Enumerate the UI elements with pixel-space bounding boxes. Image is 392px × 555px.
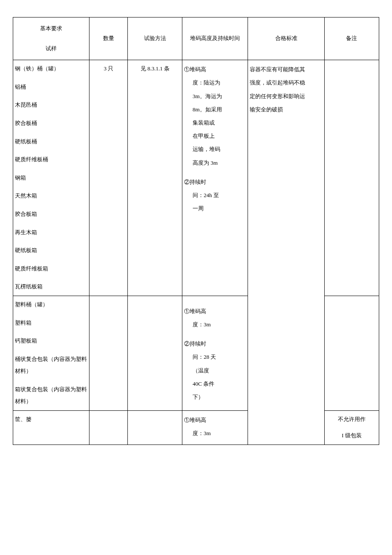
ht-line: 度：陆运为 (184, 76, 246, 89)
sample-item: 塑料桶（罐） (15, 299, 87, 311)
group2-note (324, 296, 379, 410)
sample-item: 胶合板桶 (15, 117, 87, 130)
sample-item: 硬质纤维板桶 (15, 154, 87, 166)
standard-cell: 容器不应有可能降低其 强度，或引起堆码不稳 定的任何变形和影响运 输安全的破损 (248, 60, 324, 445)
sample-item: 再生木箱 (15, 227, 87, 239)
sample-item: 胶合板箱 (15, 208, 87, 221)
header-method: 试验方法 (128, 17, 182, 60)
ht-line: 下） (184, 390, 246, 404)
group3-method (128, 411, 182, 445)
group3-row: 筐、篓 ①堆码高 度：3m 不允许用作 I 级包装 (13, 411, 379, 445)
header-height-time: 堆码高度及持续时间 (182, 17, 248, 60)
std-line: 输安全的破损 (250, 103, 322, 116)
note-line: I 级包装 (325, 430, 379, 442)
group3-note: 不允许用作 I 级包装 (324, 411, 379, 445)
sample-item: 硬质纤维板箱 (15, 263, 87, 275)
sample-item: 钢箱 (15, 172, 87, 184)
sample-item: 桶状复合包装（内容器为塑料材料） (15, 353, 87, 378)
group2-method (128, 296, 182, 410)
ht-line: 8m。如采用 (184, 103, 246, 116)
header-sample-label: 试样 (15, 43, 87, 55)
ht-line: 度：3m (184, 427, 246, 440)
ht-line: （温度 (184, 364, 246, 377)
sample-item: 木琵邑桶 (15, 99, 87, 111)
sample-item: 塑料箱 (15, 317, 87, 329)
std-line: 强度，或引起堆码不稳 (250, 76, 322, 89)
group1-note (324, 60, 379, 296)
sample-item: 瓦楞纸板箱 (15, 281, 87, 293)
ht-line: 度：3m (184, 318, 246, 331)
sample-item: 硬纸板箱 (15, 244, 87, 257)
group2-height-time: ①堆码高 度：3m ②持续时 间：28 天 （温度 40C 条件 下） (182, 296, 248, 410)
ht-line: 40C 条件 (184, 377, 246, 390)
group1-row: 钢（铁）桶（罐） 铝桶 木琵邑桶 胶合板桶 硬纸板桶 硬质纤维板桶 钢箱 天然木… (13, 60, 379, 296)
table-header-row: 基本要求 试样 数量 试验方法 堆码高度及持续时间 合格标准 备注 (13, 17, 379, 60)
ht-line: ①堆码高 (184, 413, 246, 427)
group1-samples-cell: 钢（铁）桶（罐） 铝桶 木琵邑桶 胶合板桶 硬纸板桶 硬质纤维板桶 钢箱 天然木… (13, 60, 89, 296)
std-line: 定的任何变形和影响运 (250, 90, 322, 103)
sample-item: 钙塑板箱 (15, 335, 87, 347)
header-standard: 合格标准 (248, 17, 324, 60)
group3-height-time: ①堆码高 度：3m (182, 411, 248, 445)
ht-line: ①堆码高 (184, 63, 246, 76)
group1-height-time: ①堆码高 度：陆运为 3m。海运为 8m。如采用 集装箱或 在甲板上 运输，堆码… (182, 60, 248, 296)
ht-line: ②持续时 (184, 337, 246, 350)
group3-quantity (89, 411, 128, 445)
sample-item: 天然木箱 (15, 190, 87, 202)
sample-item: 铝桶 (15, 81, 87, 93)
sample-item: 箱状复合包装（内容器为塑料材料） (15, 384, 87, 408)
ht-line: 运输，堆码 (184, 142, 246, 156)
note-line: 不允许用作 (326, 413, 377, 426)
sample-item: 硬纸板桶 (15, 136, 87, 148)
group3-samples-cell: 筐、篓 (13, 411, 89, 445)
ht-line: 高度为 3m (184, 156, 246, 169)
sample-item: 筐、篓 (15, 413, 87, 426)
group2-row: 塑料桶（罐） 塑料箱 钙塑板箱 桶状复合包装（内容器为塑料材料） 箱状复合包装（… (13, 296, 379, 410)
std-line: 容器不应有可能降低其 (250, 63, 322, 76)
header-note: 备注 (324, 17, 379, 60)
stacking-test-table: 基本要求 试样 数量 试验方法 堆码高度及持续时间 合格标准 备注 钢（铁）桶（… (13, 17, 379, 445)
ht-line: 间：24h 至 (184, 189, 246, 202)
group2-samples-cell: 塑料桶（罐） 塑料箱 钙塑板箱 桶状复合包装（内容器为塑料材料） 箱状复合包装（… (13, 296, 89, 410)
header-quantity: 数量 (89, 17, 128, 60)
ht-line: ①堆码高 (184, 305, 246, 318)
header-basic-req: 基本要求 (15, 23, 87, 35)
ht-line: 一周 (184, 202, 246, 215)
header-sample: 基本要求 试样 (13, 17, 89, 60)
ht-line: 间：28 天 (184, 350, 246, 363)
group1-quantity: 3 只 (89, 60, 128, 296)
sample-item: 钢（铁）桶（罐） (15, 63, 87, 75)
ht-line: 在甲板上 (184, 129, 246, 142)
ht-line: 集装箱或 (184, 116, 246, 129)
group2-quantity (89, 296, 128, 410)
ht-line: ②持续时 (184, 175, 246, 189)
ht-line: 3m。海运为 (184, 90, 246, 103)
group1-method: 见 8.3.1.1 条 (128, 60, 182, 296)
